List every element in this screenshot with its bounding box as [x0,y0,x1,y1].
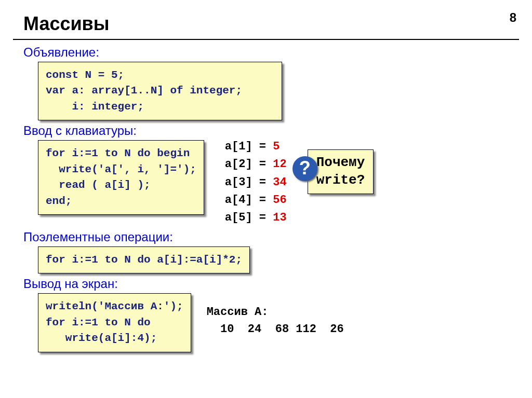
array-value-row: a[3] = 34 [225,174,287,191]
callout-line1: Почему [316,154,365,172]
array-values: a[1] = 5 a[2] = 12 a[3] = 34 a[4] = 56 a… [225,138,287,226]
section-output-label: Вывод на экран: [23,277,519,291]
output-line1: Массив A: [207,304,344,321]
slide-content: Объявление: const N = 5; var a: array[1.… [0,45,532,352]
output-row: writeln('Массив A:'); for i:=1 to N do w… [23,293,519,352]
array-value-row: a[1] = 5 [225,138,287,156]
output-line2: 10 24 68 112 26 [207,321,344,338]
array-value-row: a[2] = 12 [225,156,287,173]
page-number: 8 [510,10,516,25]
callout-wrapper: ? Почему write? [308,140,374,194]
callout-box: ? Почему write? [308,149,374,194]
section-input-label: Ввод с клавиатуры: [23,123,519,138]
section-declaration-label: Объявление: [23,45,519,60]
array-value-row: a[4] = 56 [225,191,287,209]
array-value-row: a[5] = 13 [225,209,287,227]
callout-line2: write? [316,172,365,189]
horizontal-rule [13,39,519,40]
question-icon: ? [292,156,317,181]
slide-title: Массивы [0,0,532,39]
input-row: for i:=1 to N do begin write('a[', i, ']… [23,140,519,226]
section-operations-label: Поэлементные операции: [23,230,519,244]
program-output: Массив A: 10 24 68 112 26 [207,304,344,338]
code-declaration: const N = 5; var a: array[1..N] of integ… [38,62,282,120]
code-operations: for i:=1 to N do a[i]:=a[i]*2; [38,246,250,273]
code-output: writeln('Массив A:'); for i:=1 to N do w… [38,293,191,352]
code-input: for i:=1 to N do begin write('a[', i, ']… [38,140,204,215]
